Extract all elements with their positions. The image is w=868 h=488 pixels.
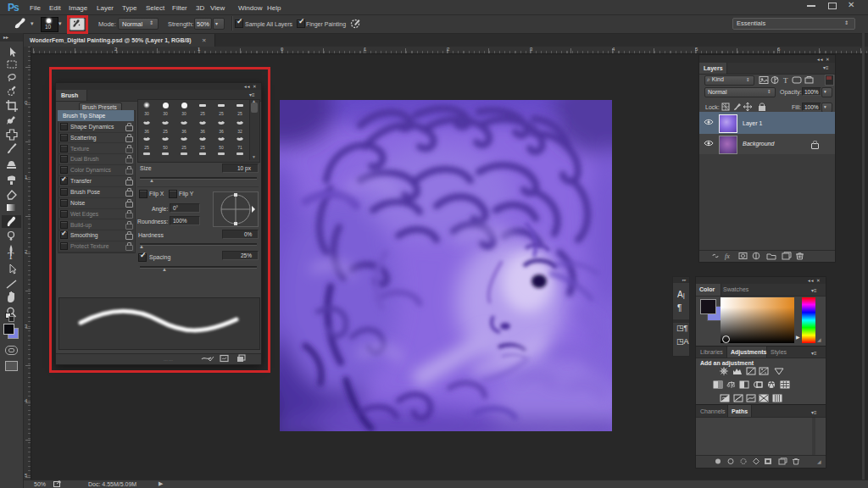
svg-text:T: T — [8, 250, 14, 262]
svg-text:T: T — [783, 76, 788, 85]
svg-text:fx: fx — [725, 252, 730, 260]
